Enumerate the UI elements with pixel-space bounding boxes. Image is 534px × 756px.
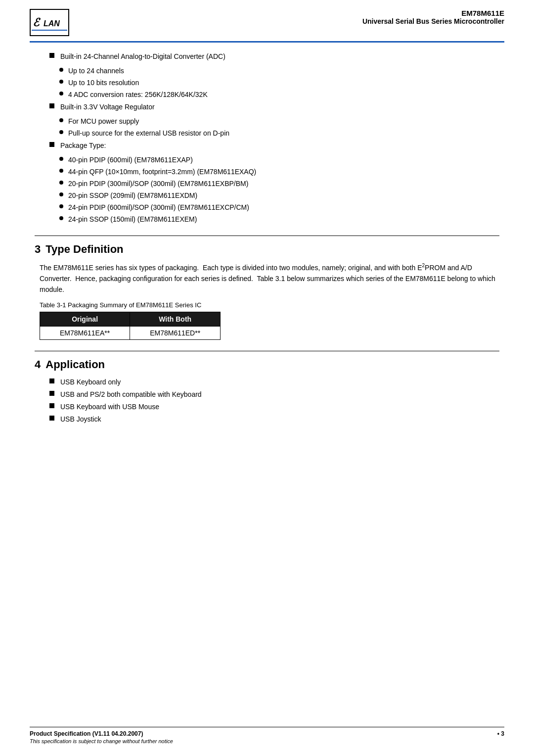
list-item: Pull-up source for the external USB resi… [59, 128, 499, 139]
square-bullet-icon [49, 378, 54, 383]
pkg-5: 24-pin PDIP (600mil)/SOP (300mil) (EM78M… [68, 202, 249, 213]
svg-text:LAN: LAN [44, 19, 60, 28]
section4-title: Application [45, 358, 105, 371]
header-title: EM78M611E Universal Serial Bus Series Mi… [362, 9, 504, 25]
pkg-2: 44-pin QFP (10×10mm, footprint=3.2mm) (E… [68, 167, 256, 177]
list-item: 40-pin PDIP (600mil) (EM78M611EXAP) [59, 155, 499, 165]
page: ℰ LAN EM78M611E Universal Serial Bus Ser… [0, 0, 534, 756]
package-list: Package Type: [49, 141, 499, 151]
circle-bullet-icon [59, 92, 63, 95]
app-3: USB Keyboard with USB Mouse [60, 402, 159, 412]
section3-body: The EM78M611E series has six types of pa… [40, 262, 499, 295]
circle-bullet-icon [59, 216, 63, 220]
square-bullet-icon [49, 103, 54, 108]
list-item: 44-pin QFP (10×10mm, footprint=3.2mm) (E… [59, 167, 499, 177]
list-item: Up to 24 channels [59, 66, 499, 76]
table-header-original: Original [40, 312, 130, 326]
pkg-4: 20-pin SSOP (209mil) (EM78M611EXDM) [68, 190, 197, 201]
list-item: USB Keyboard only [49, 377, 499, 387]
package-label: Package Type: [60, 141, 106, 151]
table-caption: Table 3-1 Packaging Summary of EM78M611E… [40, 301, 499, 309]
footer-page-number: • 3 [497, 730, 504, 737]
square-bullet-icon [49, 403, 54, 408]
circle-bullet-icon [59, 68, 63, 72]
logo-svg: ℰ LAN [31, 10, 68, 35]
pkg-3: 20-pin PDIP (300mil)/SOP (300mil) (EM78M… [68, 179, 248, 189]
footer-spec-text: Product Specification (V1.11 04.20.2007) [30, 730, 143, 737]
list-item: Built-in 24-Channel Analog-to-Digital Co… [49, 51, 499, 62]
header: ℰ LAN EM78M611E Universal Serial Bus Ser… [30, 0, 504, 36]
model-name: EM78M611E [362, 9, 504, 17]
circle-bullet-icon [59, 192, 63, 196]
header-blue-line [30, 41, 504, 43]
voltage-label: Built-in 3.3V Voltage Regulator [60, 102, 155, 112]
adc-sub-list: Up to 24 channels Up to 10 bits resoluti… [59, 66, 499, 100]
section4-number: 4 [35, 358, 41, 371]
adc-label: Built-in 24-Channel Analog-to-Digital Co… [60, 51, 225, 62]
circle-bullet-icon [59, 80, 63, 84]
footer: Product Specification (V1.11 04.20.2007)… [30, 727, 504, 744]
packaging-table: Original With Both EM78M611EA** EM78M611… [40, 312, 221, 340]
circle-bullet-icon [59, 130, 63, 134]
list-item: USB and PS/2 both compatible with Keyboa… [49, 389, 499, 400]
list-item: USB Keyboard with USB Mouse [49, 402, 499, 412]
table-row: EM78M611EA** EM78M611ED** [40, 326, 221, 339]
list-item: For MCU power supply [59, 116, 499, 127]
list-item: 20-pin SSOP (209mil) (EM78M611EXDM) [59, 190, 499, 201]
circle-bullet-icon [59, 204, 63, 208]
voltage-reg-list: Built-in 3.3V Voltage Regulator [49, 102, 499, 112]
footer-top: Product Specification (V1.11 04.20.2007)… [30, 730, 504, 737]
square-bullet-icon [49, 53, 54, 58]
section3-divider [35, 236, 499, 236]
adc-sub-3: 4 ADC conversion rates: 256K/128K/64K/32… [68, 90, 208, 100]
logo-area: ℰ LAN [30, 9, 69, 36]
adc-sub-1: Up to 24 channels [68, 66, 124, 76]
square-bullet-icon [49, 416, 54, 421]
app-1: USB Keyboard only [60, 377, 121, 387]
list-item: Up to 10 bits resolution [59, 78, 499, 88]
section4-heading: 4 Application [35, 358, 499, 371]
logo-box: ℰ LAN [30, 9, 69, 36]
adc-sub-2: Up to 10 bits resolution [68, 78, 139, 88]
section3-number: 3 [35, 243, 41, 256]
list-item: 24-pin PDIP (600mil)/SOP (300mil) (EM78M… [59, 202, 499, 213]
table-cell-original: EM78M611EA** [40, 326, 130, 339]
voltage-sub-2: Pull-up source for the external USB resi… [68, 128, 229, 139]
package-sub-list: 40-pin PDIP (600mil) (EM78M611EXAP) 44-p… [59, 155, 499, 225]
square-bullet-icon [49, 142, 54, 147]
circle-bullet-icon [59, 157, 63, 161]
table-cell-withboth: EM78M611ED** [130, 326, 221, 339]
footer-note: This specification is subject to change … [30, 738, 504, 744]
app-4: USB Joystick [60, 414, 101, 425]
pkg-1: 40-pin PDIP (600mil) (EM78M611EXAP) [68, 155, 193, 165]
section2-bullets: Built-in 24-Channel Analog-to-Digital Co… [49, 51, 499, 62]
app-2: USB and PS/2 both compatible with Keyboa… [60, 389, 202, 400]
circle-bullet-icon [59, 181, 63, 185]
svg-text:ℰ: ℰ [33, 16, 41, 29]
circle-bullet-icon [59, 118, 63, 122]
list-item: 4 ADC conversion rates: 256K/128K/64K/32… [59, 90, 499, 100]
square-bullet-icon [49, 391, 54, 396]
list-item: USB Joystick [49, 414, 499, 425]
circle-bullet-icon [59, 169, 63, 173]
section4-divider [35, 351, 499, 351]
pkg-6: 24-pin SSOP (150mil) (EM78M611EXEM) [68, 214, 197, 225]
section3-heading: 3 Type Definition [35, 243, 499, 256]
voltage-sub-list: For MCU power supply Pull-up source for … [59, 116, 499, 139]
list-item: Built-in 3.3V Voltage Regulator [49, 102, 499, 112]
subtitle: Universal Serial Bus Series Microcontrol… [362, 17, 504, 25]
content: Built-in 24-Channel Analog-to-Digital Co… [30, 51, 504, 425]
list-item: 20-pin PDIP (300mil)/SOP (300mil) (EM78M… [59, 179, 499, 189]
list-item: Package Type: [49, 141, 499, 151]
section3-title: Type Definition [45, 243, 123, 256]
section4-bullets: USB Keyboard only USB and PS/2 both comp… [49, 377, 499, 425]
voltage-sub-1: For MCU power supply [68, 116, 139, 127]
table-header-withboth: With Both [130, 312, 221, 326]
list-item: 24-pin SSOP (150mil) (EM78M611EXEM) [59, 214, 499, 225]
